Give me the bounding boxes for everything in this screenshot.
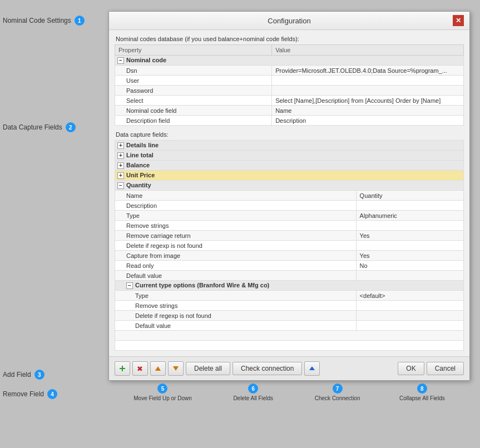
table-row: Name Quantity xyxy=(115,191,464,201)
delete-all-button[interactable]: Delete all xyxy=(186,362,230,375)
ok-button[interactable]: OK xyxy=(398,362,424,375)
move-down-button[interactable] xyxy=(168,361,184,376)
capture-section-label: Data capture fields: xyxy=(115,131,464,138)
table-row: Description field Description xyxy=(115,116,464,126)
table-row: Read only No xyxy=(115,261,464,271)
expand-unitprice-icon[interactable]: + xyxy=(117,172,124,179)
col-value: Value xyxy=(272,45,464,56)
expand-balance-icon[interactable]: + xyxy=(117,162,124,169)
svg-marker-3 xyxy=(155,366,161,371)
svg-marker-4 xyxy=(173,366,179,371)
table-row: User xyxy=(115,76,464,86)
table-row: Select Select [Name],[Description] from … xyxy=(115,96,464,106)
table-row xyxy=(115,341,464,351)
table-row: Default value xyxy=(115,321,464,331)
table-row: −Nominal code xyxy=(115,56,464,66)
table-row: Default value xyxy=(115,271,464,281)
configuration-dialog: Configuration ✕ Nominal codes database (… xyxy=(108,11,470,381)
collapse-all-button[interactable] xyxy=(304,361,320,376)
table-row: +Details line xyxy=(115,141,464,151)
table-row: Type <default> xyxy=(115,291,464,301)
nominal-table: Property Value −Nominal code Dsn Provide… xyxy=(115,44,464,126)
label-remove-field: Remove Field 4 xyxy=(3,389,57,399)
table-row: Remove carriage return Yes xyxy=(115,231,464,241)
label-add-field: Add Field 3 xyxy=(3,370,44,380)
move-up-button[interactable] xyxy=(150,361,166,376)
close-button[interactable]: ✕ xyxy=(453,15,464,26)
table-row: +Line total xyxy=(115,151,464,161)
label-data-capture-fields: Data Capture Fields 2 xyxy=(3,122,76,132)
table-row: Nominal code field Name xyxy=(115,106,464,116)
table-row: Capture from image Yes xyxy=(115,251,464,261)
annotation-6: 6 Delete All Fields xyxy=(231,384,275,401)
table-row: Description xyxy=(115,201,464,211)
table-row: Remove strings xyxy=(115,301,464,311)
expand-nominal-icon[interactable]: − xyxy=(117,57,124,64)
expand-details-icon[interactable]: + xyxy=(117,142,124,149)
table-row xyxy=(115,331,464,341)
table-row: Password xyxy=(115,86,464,96)
table-row: Remove strings xyxy=(115,221,464,231)
bottom-annotations: 5 Move Field Up or Down 6 Delete All Fie… xyxy=(108,384,470,401)
expand-quantity-icon[interactable]: − xyxy=(117,182,124,189)
dialog-titlebar: Configuration ✕ xyxy=(109,12,469,30)
annotation-5: 5 Move Field Up or Down xyxy=(133,384,191,401)
annotation-8: 8 Collapse All Fields xyxy=(399,384,445,401)
dialog-title: Configuration xyxy=(126,17,453,25)
annotation-7: 7 Check Connection xyxy=(315,384,360,401)
toolbar: ✖ Delete all Check connection OK Cancel xyxy=(109,356,469,380)
expand-currenttype-icon[interactable]: − xyxy=(126,282,133,289)
table-row: Delete if regexp is not found xyxy=(115,311,464,321)
table-row: Type Alphanumeric xyxy=(115,211,464,221)
nominal-section-label: Nominal codes database (if you used bala… xyxy=(115,36,464,42)
expand-linetotal-icon[interactable]: + xyxy=(117,152,124,159)
cancel-button[interactable]: Cancel xyxy=(427,362,464,375)
add-field-button[interactable] xyxy=(115,361,130,376)
remove-field-button[interactable]: ✖ xyxy=(132,361,148,376)
table-row: +Unit Price xyxy=(115,171,464,181)
col-property: Property xyxy=(115,45,272,56)
table-row: −Current type options (Branford Wire & M… xyxy=(115,281,464,291)
svg-marker-5 xyxy=(309,366,315,370)
capture-table: +Details line +Line total +Balance +Unit… xyxy=(115,140,464,351)
check-connection-button[interactable]: Check connection xyxy=(232,362,302,375)
outer-wrapper: Nominal Code Settings 1 Data Capture Fie… xyxy=(0,0,480,448)
table-row: +Balance xyxy=(115,161,464,171)
label-nominal-code-settings: Nominal Code Settings 1 xyxy=(3,16,85,26)
svg-text:✖: ✖ xyxy=(137,365,143,372)
table-row: Dsn Provider=Microsoft.JET.OLEDB.4.0;Dat… xyxy=(115,66,464,76)
dialog-body: Nominal codes database (if you used bala… xyxy=(109,30,469,356)
table-row: −Quantity xyxy=(115,181,464,191)
svg-rect-1 xyxy=(120,368,125,369)
table-row: Delete if regexp is not found xyxy=(115,241,464,251)
